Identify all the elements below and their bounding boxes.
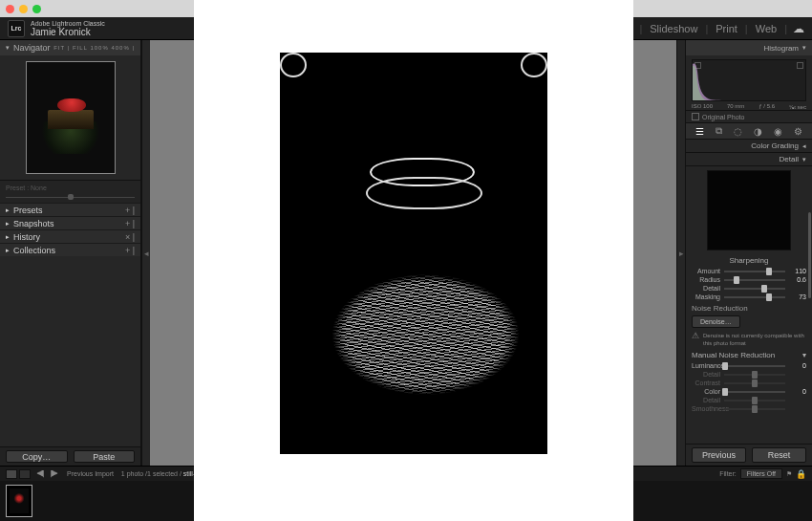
window-controls[interactable] (6, 5, 41, 13)
loupe-view-icon[interactable] (19, 469, 31, 479)
panel-collections[interactable]: ▸Collections+ | (0, 243, 140, 256)
detail-header[interactable]: Detail▾ (686, 153, 812, 166)
filmstrip-thumb[interactable] (6, 485, 32, 517)
paste-button[interactable]: Paste (74, 450, 136, 463)
chevron-left-icon: ◂ (144, 249, 149, 258)
luminance-row: Luminance 0 (686, 361, 812, 370)
prev-photo-icon[interactable]: ⯇ (36, 469, 45, 479)
left-panel: ▾ Navigator FIT | FILL 100% 400% | Prese… (0, 40, 141, 466)
mac-titlebar: Lr Lightroom Catalog.lrcat - Adobe Photo… (0, 0, 812, 17)
sharpen-detail-slider[interactable] (724, 288, 785, 290)
detail-preview[interactable] (707, 170, 791, 250)
sharpen-masking-slider[interactable] (724, 296, 785, 298)
lum-contrast-slider (724, 382, 785, 384)
sharpen-amount-slider[interactable] (724, 271, 785, 272)
denoise-button[interactable]: Denoise… (692, 315, 740, 328)
previous-button[interactable]: Previous (692, 447, 746, 463)
original-photo-row[interactable]: Original Photo (686, 110, 812, 122)
healing-icon[interactable]: ◌ (734, 126, 742, 137)
filter-select[interactable]: Filters Off (740, 468, 782, 479)
right-scrollbar[interactable] (808, 212, 811, 298)
panel-presets[interactable]: ▸Presets+ | (0, 203, 140, 216)
histogram[interactable] (692, 59, 806, 101)
panel-history[interactable]: ▸History× | (0, 229, 140, 243)
sharpen-masking-label: Masking (692, 293, 720, 300)
module-book[interactable]: Book (600, 23, 639, 34)
previous-reset-row: Previous Reset (686, 444, 812, 466)
secondary-toolbar: ⯇ ⯈ Previous Import 1 photo /1 selected … (0, 466, 812, 481)
flag-filter-icon[interactable]: ⚑ (786, 470, 792, 478)
sharpen-masking-row: Masking 73 (686, 293, 812, 301)
redeye-icon[interactable]: ◉ (774, 126, 782, 137)
disclosure-icon: ▾ (6, 44, 10, 52)
image-canvas[interactable] (150, 40, 676, 466)
denoise-row: Denoise… (692, 315, 806, 328)
current-filename: still-life-with-vegetables-2021-08-26-23… (183, 470, 344, 477)
sharpen-radius-slider[interactable] (724, 279, 785, 281)
basic-adjust-icon[interactable]: ☰ (695, 126, 704, 137)
checkbox-icon[interactable] (692, 113, 699, 120)
navigator-label: Navigator (13, 43, 51, 53)
zoom-icon[interactable] (32, 5, 41, 13)
navigator-zoom-modes[interactable]: FIT | FILL 100% 400% | (53, 45, 135, 51)
app-logo-icon: Lrc (8, 20, 25, 37)
panel-snapshots[interactable]: ▸Snapshots+ | (0, 216, 140, 229)
copy-button[interactable]: Copy… (6, 450, 68, 463)
view-switcher[interactable] (6, 469, 31, 479)
gear-icon[interactable]: ⚙ (794, 126, 802, 137)
sharpen-radius-value[interactable]: 0.6 (789, 276, 806, 283)
window-title-text: Lightroom Catalog.lrcat - Adobe Photosho… (298, 4, 572, 13)
color-detail-row: Detail (686, 396, 812, 404)
filmstrip[interactable] (0, 481, 812, 521)
module-library[interactable]: Library (455, 23, 502, 34)
sharpen-amount-row: Amount 110 (686, 267, 812, 275)
sharpen-amount-value[interactable]: 110 (789, 268, 806, 274)
histogram-info: ISO 10070 mmƒ / 5.6¹⁄₂₅ sec (686, 103, 812, 110)
grid-view-icon[interactable] (6, 469, 17, 479)
breadcrumb[interactable]: Previous Import 1 photo /1 selected / st… (67, 470, 350, 478)
nav-arrows: ⯇ ⯈ (36, 469, 59, 479)
right-panel-collapse[interactable]: ▸ (676, 40, 685, 466)
close-icon[interactable] (6, 5, 14, 13)
sharpen-masking-value[interactable]: 73 (789, 293, 806, 300)
sharpen-radius-row: Radius 0.6 (686, 275, 812, 284)
photo-preview (280, 53, 547, 454)
module-print[interactable]: Print (708, 23, 745, 34)
sharpen-detail-label: Detail (692, 285, 720, 292)
lum-detail-slider (724, 374, 785, 376)
lum-detail-row: Detail (686, 370, 812, 379)
next-photo-icon[interactable]: ⯈ (51, 469, 59, 479)
manual-noise-header[interactable]: Manual Noise Reduction▾ (686, 349, 812, 361)
preset-hint: Preset : None (6, 185, 47, 191)
navigator-preview[interactable] (26, 61, 116, 174)
reset-button[interactable]: Reset (752, 447, 806, 463)
module-slideshow[interactable]: Slideshow (642, 23, 705, 34)
sharpen-radius-label: Radius (692, 276, 720, 283)
mask-icon[interactable]: ◑ (754, 126, 762, 137)
minimize-icon[interactable] (19, 5, 28, 13)
module-picker: Library| Develop| Map| Book| Slideshow| … (455, 22, 804, 35)
histogram-header[interactable]: Histogram▾ (686, 40, 812, 55)
lightroom-doc-icon: Lr (284, 4, 294, 14)
module-web[interactable]: Web (748, 23, 784, 34)
filter-controls: Filter: Filters Off ⚑ 🔒 (719, 468, 806, 479)
color-noise-row: Color 0 (686, 387, 812, 396)
cloud-sync-icon[interactable]: ☁ (793, 22, 804, 35)
preset-amount-slider[interactable] (6, 197, 135, 198)
color-noise-slider[interactable] (724, 391, 785, 393)
sharpen-detail-row: Detail (686, 284, 812, 293)
right-panel: Histogram▾ ISO 10070 mmƒ / 5.6¹⁄₂₅ sec O… (685, 40, 812, 466)
main-area: ▾ Navigator FIT | FILL 100% 400% | Prese… (0, 40, 812, 466)
luminance-slider[interactable] (724, 365, 785, 367)
chevron-right-icon: ▸ (679, 249, 684, 258)
module-map[interactable]: Map (562, 23, 597, 34)
lum-contrast-row: Contrast (686, 379, 812, 387)
navigator-header[interactable]: ▾ Navigator FIT | FILL 100% 400% | (0, 40, 140, 55)
color-grading-header[interactable]: Color Grading◂ (686, 140, 812, 153)
module-develop[interactable]: Develop (505, 23, 559, 34)
left-panel-collapse[interactable]: ◂ (141, 40, 150, 466)
identity-text: Adobe Lightroom Classic Jamie Kronick (31, 19, 105, 37)
crop-icon[interactable]: ⧉ (716, 125, 722, 137)
noise-reduction-title: Noise Reduction (686, 301, 812, 314)
filter-lock-icon[interactable]: 🔒 (796, 469, 806, 479)
